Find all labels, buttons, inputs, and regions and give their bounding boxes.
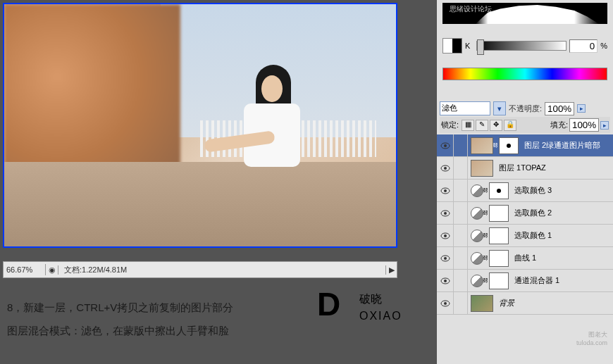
- tutorial-line-2: 图层混合模式：滤色，在蒙版中擦出人手臂和脸: [7, 325, 395, 338]
- layer-lock-row: 锁定: ▦ ✎ ✥ 🔒 填充: ▸: [440, 117, 610, 133]
- svg-point-13: [444, 280, 447, 282]
- blend-mode-dropdown-icon[interactable]: ▾: [493, 101, 506, 115]
- mask-thumbnail[interactable]: ⛓: [489, 205, 509, 222]
- svg-point-9: [444, 234, 447, 237]
- k-value-input[interactable]: [569, 39, 597, 53]
- visibility-toggle[interactable]: [437, 180, 454, 201]
- layer-name[interactable]: 图层 2绿通道图片暗部: [521, 140, 613, 151]
- svg-point-1: [444, 144, 447, 147]
- svg-point-11: [444, 257, 447, 260]
- mask-thumbnail[interactable]: ⛓: [489, 227, 509, 244]
- scroll-right-arrow[interactable]: ▶: [385, 265, 397, 275]
- visibility-toggle[interactable]: [437, 134, 454, 156]
- opacity-dropdown-icon[interactable]: ▸: [577, 104, 586, 113]
- lock-position-icon[interactable]: ✥: [490, 120, 502, 131]
- fill-dropdown-icon[interactable]: ▸: [600, 121, 609, 130]
- zoom-icon[interactable]: ◉: [46, 265, 58, 275]
- logo-cn: 破晓: [359, 292, 382, 307]
- svg-point-7: [444, 212, 447, 215]
- fill-input[interactable]: [569, 118, 599, 132]
- mask-thumbnail[interactable]: ⛓: [489, 272, 509, 289]
- zoom-level[interactable]: 66.67%: [4, 264, 46, 275]
- k-unit: %: [600, 42, 607, 50]
- color-spectrum[interactable]: [442, 68, 607, 80]
- watermark: 图老大 tuloda.com: [551, 330, 607, 350]
- visibility-toggle[interactable]: [437, 157, 454, 179]
- layer-thumbnail[interactable]: [471, 137, 493, 154]
- layer-name[interactable]: 曲线 1: [512, 253, 613, 263]
- k-slider[interactable]: [476, 41, 566, 51]
- layer-name[interactable]: 通道混合器 1: [512, 275, 613, 286]
- layer-row[interactable]: ⛓ 通道混合器 1: [437, 270, 613, 292]
- layer-row[interactable]: ⛓ 曲线 1: [437, 247, 613, 270]
- svg-point-5: [444, 189, 447, 192]
- visibility-toggle[interactable]: [437, 225, 454, 246]
- layer-name[interactable]: 背景: [496, 298, 613, 308]
- layer-name[interactable]: 选取颜色 2: [512, 208, 613, 218]
- mask-thumbnail[interactable]: ⛓: [489, 182, 509, 199]
- svg-point-15: [444, 302, 447, 305]
- layer-row[interactable]: ⛓ 选取颜色 2: [437, 202, 613, 225]
- blend-mode-select[interactable]: 滤色: [440, 101, 490, 115]
- visibility-toggle[interactable]: [437, 292, 454, 314]
- mask-thumbnail[interactable]: ⛓: [489, 250, 509, 267]
- layer-row[interactable]: ⛓ 选取颜色 3: [437, 180, 613, 202]
- adjustment-icon: [471, 275, 483, 287]
- logo-mark: D: [317, 285, 340, 323]
- layers-list: ⛓ 图层 2绿通道图片暗部 图层 1TOPAZ ⛓ 选取颜色 3 ⛓ 选取颜色 …: [437, 134, 613, 315]
- layer-blend-row: 滤色 ▾ 不透明度: ▸: [440, 101, 610, 115]
- visibility-toggle[interactable]: [437, 202, 454, 224]
- k-label: K: [465, 42, 473, 50]
- histogram-watermark: 思绪设计论坛: [450, 4, 492, 14]
- adjustment-icon: [471, 207, 483, 220]
- lock-transparency-icon[interactable]: ▦: [462, 120, 474, 131]
- color-k-row: K %: [442, 38, 607, 54]
- layer-row-background[interactable]: 背景: [437, 292, 613, 315]
- lock-label: 锁定:: [441, 120, 459, 130]
- canvas-status-bar: 66.67% ◉ 文档:1.22M/4.81M ▶: [3, 261, 397, 278]
- layer-row[interactable]: ⛓ 选取颜色 1: [437, 225, 613, 247]
- adjustment-icon: [471, 252, 483, 265]
- visibility-toggle[interactable]: [437, 247, 454, 269]
- layer-name[interactable]: 选取颜色 3: [512, 185, 613, 196]
- lock-pixels-icon[interactable]: ✎: [476, 120, 488, 131]
- canvas-image: [4, 4, 396, 246]
- mask-thumbnail[interactable]: ⛓: [499, 137, 519, 154]
- document-canvas[interactable]: [3, 3, 397, 248]
- layer-row[interactable]: 图层 1TOPAZ: [437, 157, 613, 180]
- opacity-input[interactable]: [545, 102, 574, 115]
- right-panels: 思绪设计论坛 K % 滤色 ▾ 不透明度: ▸ 锁定: ▦ ✎ ✥ 🔒 填充: …: [437, 0, 613, 364]
- document-info: 文档:1.22M/4.81M: [58, 263, 385, 277]
- layer-row-selected[interactable]: ⛓ 图层 2绿通道图片暗部: [437, 134, 613, 157]
- adjustment-icon: [471, 184, 483, 197]
- lock-all-icon[interactable]: 🔒: [504, 120, 516, 131]
- svg-point-3: [444, 167, 447, 170]
- adjustment-icon: [471, 230, 483, 242]
- visibility-toggle[interactable]: [437, 270, 454, 291]
- histogram-panel[interactable]: 思绪设计论坛: [442, 3, 607, 24]
- opacity-label: 不透明度:: [509, 103, 542, 114]
- layer-name[interactable]: 图层 1TOPAZ: [496, 163, 613, 173]
- fill-label: 填充:: [550, 120, 568, 130]
- fg-bg-swatch[interactable]: [442, 38, 462, 54]
- layer-thumbnail[interactable]: [471, 160, 493, 177]
- layer-name[interactable]: 选取颜色 1: [512, 230, 613, 241]
- layer-thumbnail[interactable]: [471, 295, 493, 312]
- logo-en: OXIAO: [359, 310, 402, 322]
